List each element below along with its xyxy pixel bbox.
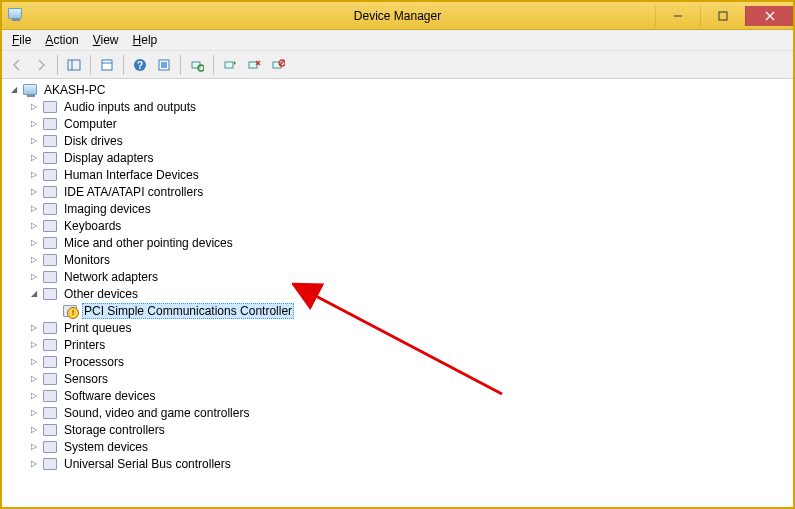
- tree-category-node[interactable]: ▷Imaging devices: [2, 200, 793, 217]
- tree-category-node[interactable]: ▷Print queues: [2, 319, 793, 336]
- tree-category-node[interactable]: ◢Other devices: [2, 285, 793, 302]
- expand-icon[interactable]: ▷: [28, 152, 40, 164]
- close-button[interactable]: [745, 6, 793, 26]
- scan-hardware-button[interactable]: [186, 54, 208, 76]
- tree-node-label: PCI Simple Communications Controller: [82, 303, 294, 319]
- expand-icon[interactable]: ▷: [28, 356, 40, 368]
- device-category-icon: [42, 456, 58, 472]
- menu-action[interactable]: Action: [39, 31, 84, 49]
- tree-node-label: Monitors: [62, 253, 112, 267]
- tree-category-node[interactable]: ▷Mice and other pointing devices: [2, 234, 793, 251]
- tree-node-label: Network adapters: [62, 270, 160, 284]
- tree-category-node[interactable]: ▷Storage controllers: [2, 421, 793, 438]
- expand-icon[interactable]: ▷: [28, 441, 40, 453]
- show-hide-tree-button[interactable]: [63, 54, 85, 76]
- expand-icon[interactable]: ▷: [28, 203, 40, 215]
- expand-icon[interactable]: ▷: [28, 271, 40, 283]
- expand-icon[interactable]: ▷: [28, 135, 40, 147]
- expand-icon[interactable]: ▷: [28, 186, 40, 198]
- device-category-icon: [42, 320, 58, 336]
- device-category-icon: [42, 218, 58, 234]
- expand-icon[interactable]: ▷: [28, 169, 40, 181]
- properties-button[interactable]: [96, 54, 118, 76]
- expand-icon[interactable]: ▷: [28, 254, 40, 266]
- tree-category-node[interactable]: ▷Keyboards: [2, 217, 793, 234]
- device-category-icon: [42, 150, 58, 166]
- minimize-button[interactable]: [655, 6, 700, 26]
- toolbar-separator: [180, 55, 181, 75]
- app-icon: [8, 8, 24, 24]
- expand-icon[interactable]: ▷: [28, 101, 40, 113]
- device-category-icon: [42, 286, 58, 302]
- tree-node-label: Storage controllers: [62, 423, 167, 437]
- tree-category-node[interactable]: ▷IDE ATA/ATAPI controllers: [2, 183, 793, 200]
- maximize-button[interactable]: [700, 6, 745, 26]
- expand-icon[interactable]: ▷: [28, 390, 40, 402]
- expand-icon[interactable]: ▷: [28, 220, 40, 232]
- tree-device-node[interactable]: PCI Simple Communications Controller: [2, 302, 793, 319]
- forward-button[interactable]: [30, 54, 52, 76]
- device-tree[interactable]: ◢AKASH-PC▷Audio inputs and outputs▷Compu…: [2, 79, 793, 507]
- tree-category-node[interactable]: ▷Universal Serial Bus controllers: [2, 455, 793, 472]
- device-category-icon: [42, 184, 58, 200]
- tree-category-node[interactable]: ▷Printers: [2, 336, 793, 353]
- device-category-icon: [42, 371, 58, 387]
- update-driver-button[interactable]: [219, 54, 241, 76]
- menu-view[interactable]: View: [87, 31, 125, 49]
- tree-category-node[interactable]: ▷Processors: [2, 353, 793, 370]
- tree-node-label: Computer: [62, 117, 119, 131]
- expand-icon[interactable]: ▷: [28, 424, 40, 436]
- device-category-icon: [42, 99, 58, 115]
- tree-node-label: Software devices: [62, 389, 157, 403]
- tree-category-node[interactable]: ▷Sound, video and game controllers: [2, 404, 793, 421]
- tree-category-node[interactable]: ▷Software devices: [2, 387, 793, 404]
- device-category-icon: [42, 201, 58, 217]
- back-button[interactable]: [6, 54, 28, 76]
- expand-icon[interactable]: ▷: [28, 373, 40, 385]
- window-controls: [655, 6, 793, 26]
- tree-category-node[interactable]: ▷Monitors: [2, 251, 793, 268]
- menu-help[interactable]: Help: [127, 31, 164, 49]
- tree-category-node[interactable]: ▷Network adapters: [2, 268, 793, 285]
- expand-icon[interactable]: ▷: [28, 322, 40, 334]
- expand-icon[interactable]: ▷: [28, 407, 40, 419]
- collapse-icon[interactable]: ◢: [8, 84, 20, 96]
- uninstall-button[interactable]: [243, 54, 265, 76]
- expand-icon[interactable]: ▷: [28, 458, 40, 470]
- tree-category-node[interactable]: ▷Disk drives: [2, 132, 793, 149]
- tree-node-label: System devices: [62, 440, 150, 454]
- titlebar: Device Manager: [2, 2, 793, 30]
- tree-category-node[interactable]: ▷Sensors: [2, 370, 793, 387]
- device-category-icon: [42, 337, 58, 353]
- menu-file[interactable]: File: [6, 31, 37, 49]
- svg-rect-15: [249, 62, 257, 68]
- disable-button[interactable]: [267, 54, 289, 76]
- tree-category-node[interactable]: ▷Human Interface Devices: [2, 166, 793, 183]
- tree-node-label: Sound, video and game controllers: [62, 406, 251, 420]
- expand-icon[interactable]: ▷: [28, 118, 40, 130]
- help-button[interactable]: ?: [129, 54, 151, 76]
- device-category-icon: [22, 82, 38, 98]
- device-category-icon: [42, 269, 58, 285]
- device-category-icon: [42, 235, 58, 251]
- tree-node-label: Printers: [62, 338, 107, 352]
- tree-category-node[interactable]: ▷Display adapters: [2, 149, 793, 166]
- tree-node-label: Sensors: [62, 372, 110, 386]
- device-category-icon: [42, 439, 58, 455]
- tree-category-node[interactable]: ▷Computer: [2, 115, 793, 132]
- expand-icon[interactable]: ▷: [28, 339, 40, 351]
- svg-rect-4: [68, 60, 80, 70]
- tree-node-label: Processors: [62, 355, 126, 369]
- refresh-button[interactable]: [153, 54, 175, 76]
- expand-icon[interactable]: ▷: [28, 237, 40, 249]
- collapse-icon[interactable]: ◢: [28, 288, 40, 300]
- toolbar-separator: [57, 55, 58, 75]
- tree-node-label: Keyboards: [62, 219, 123, 233]
- tree-category-node[interactable]: ▷System devices: [2, 438, 793, 455]
- tree-node-label: Imaging devices: [62, 202, 153, 216]
- device-category-icon: [42, 354, 58, 370]
- tree-root-node[interactable]: ◢AKASH-PC: [2, 81, 793, 98]
- tree-category-node[interactable]: ▷Audio inputs and outputs: [2, 98, 793, 115]
- device-category-icon: [42, 405, 58, 421]
- tree-node-label: Other devices: [62, 287, 140, 301]
